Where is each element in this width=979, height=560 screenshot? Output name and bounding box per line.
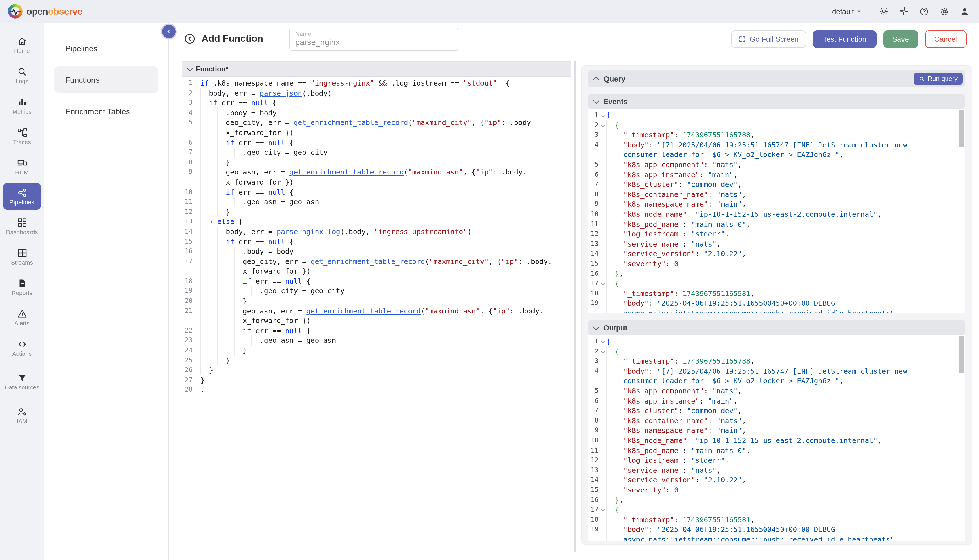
json-row: async_nats::jetstream::consumer::push: r… xyxy=(590,308,965,313)
slack-button[interactable] xyxy=(899,6,909,17)
sidebar-item-reports[interactable]: Reports xyxy=(3,273,41,301)
sidebar-item-traces[interactable]: Traces xyxy=(3,122,41,150)
code-row: 16 .body = body xyxy=(184,247,571,257)
code-row: 7 .geo_city = geo_city xyxy=(184,147,571,157)
sidebar-item-label: RUM xyxy=(15,169,29,176)
sidebar-item-alerts[interactable]: Alerts xyxy=(3,303,41,332)
json-row: 2 { xyxy=(590,120,965,130)
user-menu-button[interactable] xyxy=(959,6,970,17)
user-icon xyxy=(959,6,970,17)
slack-icon xyxy=(899,6,909,16)
fullscreen-icon xyxy=(739,35,746,42)
org-selector[interactable]: default xyxy=(832,7,863,15)
events-json-editor[interactable]: 1[2 {3 "_timestamp": 1743967551165788,4 … xyxy=(588,108,965,313)
devices-icon xyxy=(17,158,27,168)
help-icon xyxy=(919,6,929,17)
function-editor-card: Function* 1if .k8s_namespace_name == "in… xyxy=(182,62,571,552)
bar-chart-icon xyxy=(17,97,27,107)
code-row: 2 body, err = parse_json(.body) xyxy=(184,88,571,98)
sidebar-item-iam[interactable]: IAM xyxy=(3,401,41,430)
events-section-header[interactable]: Events xyxy=(588,94,965,108)
json-row: 16 }, xyxy=(590,495,965,505)
code-row: x_forward_for }) xyxy=(184,128,571,138)
sidebar-item-label: Reports xyxy=(12,290,32,296)
search-icon xyxy=(17,67,27,77)
code-row: 13 } else { xyxy=(184,217,571,227)
chevron-left-icon xyxy=(165,28,172,35)
code-row: x_forward_for }) xyxy=(184,267,571,276)
back-button[interactable] xyxy=(183,33,196,45)
home-icon xyxy=(17,36,27,47)
primary-sidebar: Home Logs Metrics Traces RUM Pipelines xyxy=(0,23,44,560)
code-row: 26 } xyxy=(184,365,571,375)
trace-tree-icon xyxy=(17,127,27,138)
subnav-item-pipelines[interactable]: Pipelines xyxy=(54,35,158,62)
sidebar-item-label: Actions xyxy=(12,351,32,357)
output-json-editor[interactable]: 1[2 {3 "_timestamp": 1743967551165788,4 … xyxy=(588,335,965,541)
document-icon xyxy=(17,278,27,289)
panel-splitter[interactable] xyxy=(574,62,576,552)
json-row: consumer leader for '$G > KV_o2_locker >… xyxy=(590,376,965,386)
chevron-up-icon xyxy=(593,77,600,83)
events-scrollbar-thumb[interactable] xyxy=(959,110,964,147)
json-row: 1[ xyxy=(590,337,965,347)
sidebar-item-label: Traces xyxy=(13,139,31,145)
json-row: 9 "k8s_namespace_name": "main", xyxy=(590,426,965,436)
json-row: 15 "severity": 0 xyxy=(590,259,965,269)
code-row: 11 .geo_asn = geo_asn xyxy=(184,197,571,207)
sidebar-item-rum[interactable]: RUM xyxy=(3,153,41,181)
query-section-title: Query xyxy=(604,75,625,83)
sidebar-item-logs[interactable]: Logs xyxy=(3,62,41,90)
run-query-button[interactable]: Run query xyxy=(914,73,963,85)
json-row: 12 "log_iostream": "stderr", xyxy=(590,229,965,239)
settings-button[interactable] xyxy=(939,6,950,17)
json-row: 11 "k8s_pod_name": "main-nats-0", xyxy=(590,219,965,229)
cancel-button[interactable]: Cancel xyxy=(925,30,967,48)
code-brackets-icon xyxy=(17,339,27,350)
json-row: 4 "body": "[7] 2025/04/06 19:25:51.16574… xyxy=(590,140,965,150)
go-full-screen-button[interactable]: Go Full Screen xyxy=(731,30,806,48)
cancel-label: Cancel xyxy=(934,35,957,43)
query-section-header[interactable]: Query Run query xyxy=(588,70,965,87)
main-content: Add Function Name parse_nginx Go Full Sc… xyxy=(169,23,979,560)
query-panel: Query Run query Events 1[2 {3 "_timestam… xyxy=(581,65,972,545)
sidebar-item-data-sources[interactable]: Data sources xyxy=(3,364,41,399)
json-row: 4 "body": "[7] 2025/04/06 19:25:51.16574… xyxy=(590,367,965,376)
theme-toggle-button[interactable] xyxy=(878,6,889,17)
function-name-value: parse_nginx xyxy=(295,37,452,47)
warning-triangle-icon xyxy=(17,308,27,319)
sidebar-item-pipelines[interactable]: Pipelines xyxy=(3,183,41,210)
chevron-down-icon xyxy=(187,65,193,72)
back-chevron-circle-icon xyxy=(183,33,196,45)
json-row: 11 "k8s_pod_name": "main-nats-0", xyxy=(590,445,965,455)
function-section-header[interactable]: Function* xyxy=(182,62,571,77)
app-viewport: openobserve default xyxy=(0,0,979,560)
json-row: 17 { xyxy=(590,278,965,288)
sidebar-item-actions[interactable]: Actions xyxy=(3,334,41,362)
function-name-field[interactable]: Name parse_nginx xyxy=(289,27,458,50)
app-shell: Home Logs Metrics Traces RUM Pipelines xyxy=(0,23,979,560)
output-section-header[interactable]: Output xyxy=(588,320,965,335)
output-scrollbar-thumb[interactable] xyxy=(959,336,964,373)
code-row: 28. xyxy=(184,385,571,395)
subnav-item-functions[interactable]: Functions xyxy=(54,67,158,93)
collapse-sidebar-button[interactable] xyxy=(161,23,177,39)
code-row: 20 } xyxy=(184,296,571,306)
sidebar-item-home[interactable]: Home xyxy=(3,31,41,59)
subnav-item-enrichment-tables[interactable]: Enrichment Tables xyxy=(54,98,158,124)
json-row: 10 "k8s_node_name": "ip-10-1-152-15.us-e… xyxy=(590,209,965,219)
top-navbar: openobserve default xyxy=(0,0,979,23)
go-full-screen-label: Go Full Screen xyxy=(750,35,799,43)
save-button[interactable]: Save xyxy=(883,30,918,48)
events-section-title: Events xyxy=(604,97,627,105)
sidebar-item-metrics[interactable]: Metrics xyxy=(3,92,41,120)
sidebar-item-dashboards[interactable]: Dashboards xyxy=(3,212,41,240)
sidebar-item-streams[interactable]: Streams xyxy=(3,243,41,271)
json-row: 17 { xyxy=(590,505,965,515)
help-button[interactable] xyxy=(919,6,929,17)
code-row: x_forward_for }) xyxy=(184,177,571,187)
json-row: 6 "k8s_app_instance": "main", xyxy=(590,396,965,406)
vrl-code-editor[interactable]: 1if .k8s_namespace_name == "ingress-ngin… xyxy=(182,77,571,552)
run-query-label: Run query xyxy=(928,75,957,82)
test-function-button[interactable]: Test Function xyxy=(813,30,877,48)
